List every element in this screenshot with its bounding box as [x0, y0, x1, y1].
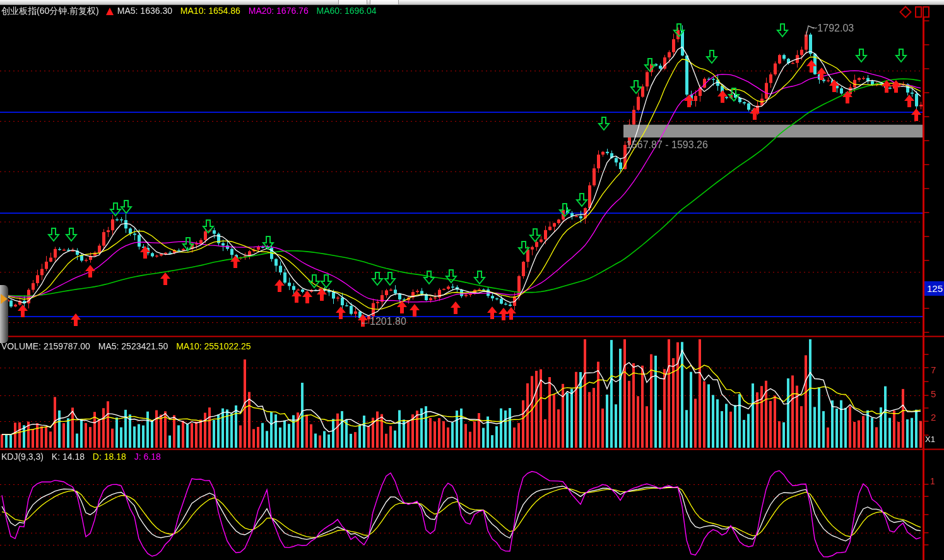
scroll-arrow-icon — [1, 294, 8, 304]
kdj-k-value: K: 14.18 — [52, 452, 85, 462]
toolbar-segment — [370, 0, 399, 4]
kdj-name: KDJ(9,3,3) — [1, 452, 44, 462]
split-pane-right — [923, 6, 929, 18]
top-toolbar-edge — [0, 0, 944, 5]
split-pane-left — [915, 6, 922, 18]
chart-canvas[interactable] — [0, 0, 944, 560]
low-annotation: ←1201.80 — [360, 316, 406, 327]
chart-window: 创业板指(60分钟.前复权)MA5: 1636.30 MA10: 1654.86… — [0, 0, 944, 560]
main-chart-header: 创业板指(60分钟.前复权)MA5: 1636.30 MA10: 1654.86… — [1, 6, 382, 17]
range-annotation: 1567.87 - 1593.26 — [626, 139, 708, 151]
kdj-header: KDJ(9,3,3) K: 14.18 D: 18.18 J: 6.18 — [1, 452, 167, 462]
kdj-d-value: D: 18.18 — [93, 452, 126, 462]
peak-annotation: ~1792.03 — [811, 23, 854, 34]
scroll-thumb[interactable] — [0, 285, 8, 343]
split-window-icon[interactable] — [915, 6, 929, 18]
ma5-value: MA5: 1636.30 — [117, 6, 172, 16]
trend-up-icon — [106, 8, 114, 15]
ma20-value: MA20: 1676.76 — [249, 6, 309, 16]
axis-price-label: 125 — [924, 281, 944, 296]
toolbar-segment — [338, 0, 367, 4]
ma60-value: MA60: 1696.04 — [317, 6, 377, 16]
ma10-value: MA10: 1654.86 — [180, 6, 240, 16]
kdj-j-value: J: 6.18 — [134, 452, 161, 462]
volume-value: VOLUME: 2159787.00 — [1, 341, 90, 351]
kdj-axis-100: 1 — [930, 476, 935, 486]
vol-axis-25: 2 — [931, 412, 936, 423]
vol-axis-unit: X1 — [925, 435, 935, 444]
volume-header: VOLUME: 2159787.00 MA5: 2523421.50 MA10:… — [1, 341, 257, 351]
vol-ma10-value: MA10: 2551022.25 — [176, 341, 251, 351]
symbol-title: 创业板指(60分钟.前复权) — [1, 6, 99, 16]
vol-ma5-value: MA5: 2523421.50 — [98, 341, 168, 351]
vol-axis-75: 7 — [931, 365, 936, 375]
vol-axis-50: 5 — [931, 388, 936, 399]
